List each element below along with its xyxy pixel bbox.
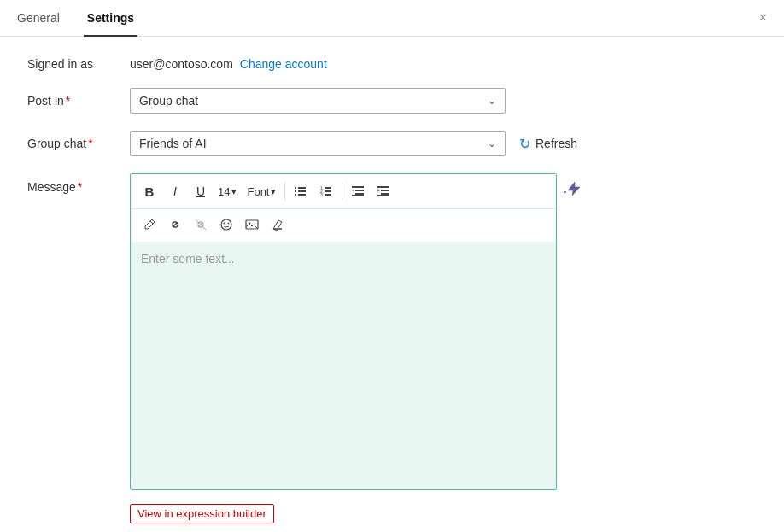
font-size-selector[interactable]: 14 ▾ (214, 184, 240, 200)
indent-increase-icon (377, 184, 390, 198)
image-icon (245, 218, 259, 231)
svg-rect-18 (381, 190, 389, 191)
signed-in-label: Signed in as (27, 57, 130, 71)
signed-in-value: user@contoso.com (130, 57, 233, 71)
post-in-dropdown[interactable]: Group chat ⌄ (130, 88, 506, 114)
tab-settings[interactable]: Settings (84, 1, 137, 37)
svg-point-26 (228, 223, 230, 225)
post-in-required: * (66, 94, 70, 108)
change-account-link[interactable]: Change account (240, 57, 327, 71)
svg-rect-20 (377, 195, 389, 196)
expr-builder-link[interactable]: View in expression builder (130, 504, 274, 523)
unlink-button[interactable] (189, 213, 213, 237)
svg-rect-2 (295, 190, 296, 192)
form-area: Signed in as user@contoso.com Change acc… (0, 37, 784, 532)
link-icon (168, 218, 182, 231)
svg-rect-12 (352, 186, 364, 188)
font-dropdown-arrow: ▾ (271, 186, 276, 197)
svg-rect-19 (381, 193, 389, 195)
emoji-button[interactable] (214, 213, 238, 237)
svg-marker-16 (352, 189, 354, 192)
svg-point-24 (221, 219, 231, 230)
tab-general[interactable]: General (14, 1, 63, 37)
svg-rect-13 (355, 190, 364, 191)
editor-toolbar-row2 (131, 209, 556, 242)
svg-rect-1 (298, 187, 306, 189)
group-chat-label: Group chat* (27, 137, 130, 150)
svg-text:3.: 3. (320, 192, 324, 197)
link-button[interactable] (163, 213, 187, 237)
group-chat-row: Group chat* Friends of AI ⌄ ↻ Refresh (27, 131, 757, 156)
toolbar-separator-1 (284, 183, 285, 200)
group-chat-dropdown-arrow: ⌄ (488, 137, 496, 149)
font-size-arrow: ▾ (231, 186, 237, 197)
numbered-list-icon: 1. 2. 3. (319, 184, 333, 198)
editor-toolbar-row1: B I U 14 ▾ Font ▾ (131, 174, 556, 209)
post-in-row: Post in* Group chat ⌄ (27, 88, 757, 114)
svg-rect-15 (352, 195, 364, 196)
svg-rect-3 (298, 190, 306, 192)
svg-rect-5 (298, 194, 306, 196)
tab-list: General Settings (14, 0, 137, 36)
svg-rect-11 (325, 194, 331, 196)
eraser-button[interactable] (266, 213, 290, 237)
italic-button[interactable]: I (163, 179, 187, 203)
svg-rect-4 (295, 194, 296, 196)
indent-increase-button[interactable] (372, 179, 395, 203)
underline-button[interactable]: U (189, 179, 213, 203)
svg-rect-14 (355, 193, 364, 195)
svg-line-22 (150, 221, 153, 224)
eraser-icon (271, 218, 284, 231)
svg-rect-9 (325, 190, 331, 192)
svg-marker-21 (377, 189, 380, 192)
emoji-icon (219, 218, 233, 231)
bold-button[interactable]: B (137, 179, 161, 203)
pen-button[interactable] (137, 213, 161, 237)
group-chat-required: * (88, 137, 92, 150)
signed-in-row: Signed in as user@contoso.com Change acc… (27, 57, 757, 71)
editor-placeholder: Enter some text... (141, 252, 235, 266)
expr-link-wrap: View in expression builder (130, 494, 757, 523)
post-in-dropdown-arrow: ⌄ (488, 95, 496, 107)
close-icon[interactable]: × (756, 7, 770, 29)
svg-rect-7 (325, 187, 331, 189)
numbered-list-button[interactable]: 1. 2. 3. (314, 179, 338, 203)
svg-rect-0 (295, 187, 296, 189)
editor-container: B I U 14 ▾ Font ▾ (130, 173, 557, 490)
refresh-button[interactable]: ↻ Refresh (512, 132, 584, 155)
message-required: * (78, 180, 82, 194)
group-chat-controls: Friends of AI ⌄ ↻ Refresh (130, 131, 584, 156)
pen-icon (143, 218, 156, 231)
indent-decrease-button[interactable] (346, 179, 370, 203)
svg-rect-17 (377, 186, 389, 188)
message-row: Message* B I U 14 ▾ Font ▾ (27, 173, 757, 490)
bullet-list-button[interactable] (289, 179, 313, 203)
editor-wrapper: B I U 14 ▾ Font ▾ (130, 173, 581, 490)
svg-line-23 (196, 219, 206, 230)
toolbar-separator-2 (342, 183, 342, 200)
refresh-icon: ↻ (519, 136, 530, 152)
editor-body[interactable]: Enter some text... (131, 242, 556, 489)
expression-side-icon[interactable] (564, 180, 581, 202)
indent-decrease-icon (351, 184, 365, 198)
font-dropdown[interactable]: Font ▾ (242, 184, 281, 200)
bullet-list-icon (294, 184, 307, 198)
svg-point-25 (224, 223, 225, 225)
image-button[interactable] (240, 213, 264, 237)
post-in-label: Post in* (27, 94, 130, 108)
message-label: Message* (27, 173, 130, 194)
tab-bar: General Settings × (0, 0, 784, 37)
unlink-icon (194, 218, 208, 231)
group-chat-dropdown[interactable]: Friends of AI ⌄ (130, 131, 506, 156)
